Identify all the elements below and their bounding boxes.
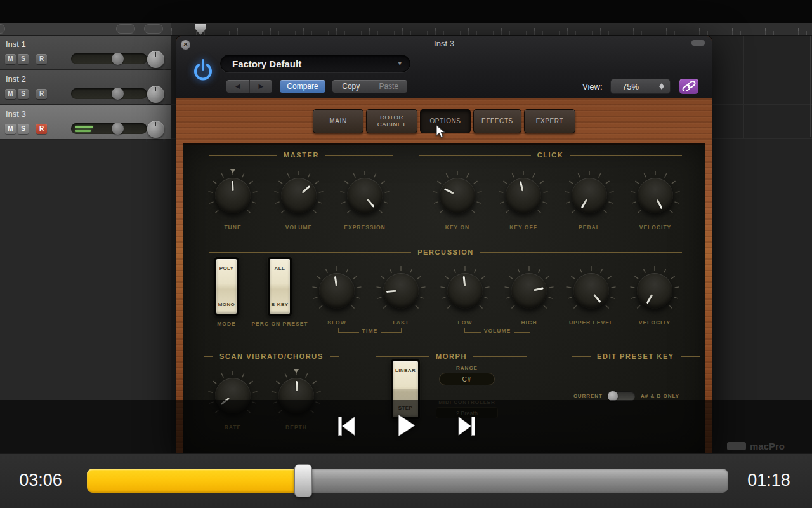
record-button[interactable]: R	[36, 89, 47, 99]
knob-volume[interactable]: VOLUME	[272, 169, 325, 222]
slider-handle[interactable]	[112, 88, 124, 100]
ab-only-label: A# & B ONLY	[641, 393, 710, 399]
range-label: RANGE	[435, 365, 499, 371]
toolbar-button[interactable]	[144, 24, 163, 34]
track-row-inst1[interactable]: Inst 1 M S R L R	[0, 36, 171, 70]
chevron-down-icon: ▾	[398, 59, 402, 67]
watermark: macPro	[727, 441, 785, 451]
next-button[interactable]	[458, 417, 475, 436]
toolbar-button-partial[interactable]	[0, 24, 5, 34]
previous-button[interactable]	[338, 417, 355, 436]
next-preset-button[interactable]: ▶	[249, 80, 273, 93]
current-time: 03:06	[15, 471, 66, 490]
mouse-cursor	[436, 124, 446, 138]
top-black-bar	[0, 0, 812, 23]
mute-button[interactable]: M	[5, 89, 16, 99]
track-row-inst2[interactable]: Inst 2 M S R L R	[0, 70, 171, 105]
pan-knob[interactable]: L R	[147, 121, 164, 138]
tab-expert[interactable]: EXPERT	[524, 109, 575, 133]
record-button[interactable]: R	[36, 54, 47, 64]
volume-slider[interactable]	[71, 123, 147, 134]
seek-bar[interactable]	[87, 469, 728, 493]
pan-right-label: R	[163, 138, 166, 142]
progress-fill	[87, 469, 303, 493]
tab-effects[interactable]: EFFECTS	[473, 109, 521, 133]
track-name: Inst 3	[6, 109, 26, 119]
tab-rotor-cabinet[interactable]: ROTOR CABINET	[366, 109, 417, 133]
knob-click-velocity[interactable]: VELOCITY	[629, 169, 682, 222]
video-overlay	[0, 400, 812, 453]
mode-caption: MODE	[201, 321, 252, 327]
view-label: View:	[582, 82, 603, 91]
knob-high[interactable]: HIGH	[502, 264, 556, 318]
seek-handle[interactable]	[294, 464, 312, 497]
video-player-bar: 03:06 01:18	[0, 453, 812, 508]
perc-on-preset-switch[interactable]: ALL B-KEY	[268, 257, 292, 316]
plugin-header: ✕ Inst 3 Factory Default ▾ ◀ ▶ Compare C…	[176, 36, 712, 98]
preset-nav: ◀ ▶	[226, 80, 272, 93]
link-button[interactable]	[679, 79, 698, 94]
track-name: Inst 1	[6, 39, 26, 49]
compare-button[interactable]: Compare	[280, 80, 325, 93]
preset-name: Factory Default	[232, 58, 301, 69]
header-grip[interactable]	[691, 40, 705, 46]
knob-upper-level[interactable]: UPPER LEVEL	[565, 264, 618, 318]
knob-pedal[interactable]: PEDAL	[563, 169, 616, 222]
section-title-master: MASTER	[209, 151, 393, 159]
timeline-ruler[interactable]	[171, 23, 812, 36]
track-row-inst3-selected[interactable]: Inst 3 M S R L R	[0, 105, 171, 140]
pan-knob[interactable]: L R	[147, 51, 164, 68]
view-zoom-value: 75%	[622, 82, 639, 91]
tab-main[interactable]: MAIN	[313, 109, 363, 133]
remaining-time: 01:18	[743, 471, 794, 490]
section-title-edit-preset-key: EDIT PRESET KEY	[572, 352, 682, 360]
solo-button[interactable]: S	[18, 89, 29, 99]
mute-button[interactable]: M	[5, 54, 16, 64]
time-bracket: TIME	[338, 328, 402, 333]
mute-button[interactable]: M	[5, 124, 16, 134]
section-title-percussion: PERCUSSION	[209, 248, 682, 256]
slider-handle[interactable]	[112, 123, 124, 135]
knob-perc-velocity[interactable]: VELOCITY	[628, 264, 681, 318]
knob-slow[interactable]: SLOW	[310, 264, 363, 318]
track-header-list: Inst 1 M S R L R Inst 2 M S R L R Inst 3…	[0, 36, 171, 453]
paste-button[interactable]: Paste	[370, 80, 408, 93]
solo-button[interactable]: S	[18, 54, 29, 64]
current-label: CURRENT	[563, 393, 603, 399]
knob-key-off[interactable]: KEY OFF	[497, 169, 550, 222]
preset-dropdown[interactable]: Factory Default ▾	[220, 55, 410, 72]
slider-handle[interactable]	[112, 53, 124, 65]
record-button-armed[interactable]: R	[36, 124, 47, 134]
copy-button[interactable]: Copy	[332, 80, 370, 93]
grid-line	[743, 36, 744, 138]
play-button[interactable]	[398, 415, 416, 436]
grid-line	[778, 36, 778, 138]
power-icon[interactable]	[190, 58, 216, 84]
knob-tune[interactable]: TUNE	[206, 169, 259, 222]
screen: Inst 1 M S R L R Inst 2 M S R L R Inst 3…	[0, 0, 812, 508]
control-bar	[0, 23, 171, 36]
mode-switch[interactable]: POLY MONO	[214, 257, 239, 316]
toolbar-button[interactable]	[116, 24, 135, 34]
section-title-click: CLICK	[419, 151, 682, 159]
playhead-marker[interactable]	[195, 24, 206, 35]
plugin-window-title: Inst 3	[176, 39, 712, 48]
pan-knob[interactable]: L R	[147, 86, 164, 103]
knob-key-on[interactable]: KEY ON	[431, 169, 484, 222]
knob-low[interactable]: LOW	[438, 264, 492, 318]
view-zoom-select[interactable]: 75%	[610, 79, 671, 94]
volume-bracket: VOLUME	[464, 328, 530, 333]
track-name: Inst 2	[6, 74, 26, 84]
scroll-edge	[810, 36, 811, 137]
knob-fast[interactable]: FAST	[374, 264, 428, 318]
solo-button[interactable]: S	[18, 124, 29, 134]
prev-preset-button[interactable]: ◀	[226, 80, 249, 93]
copy-paste-group: Copy Paste	[332, 80, 407, 93]
volume-slider[interactable]	[71, 88, 147, 99]
knob-expression[interactable]: EXPRESSION	[338, 169, 391, 222]
plugin-window: ✕ Inst 3 Factory Default ▾ ◀ ▶ Compare C…	[176, 36, 712, 453]
volume-slider[interactable]	[71, 53, 147, 64]
level-meter	[75, 130, 91, 132]
section-title-vibrato: SCAN VIBRATO/CHORUS	[204, 352, 325, 360]
range-value-select[interactable]: C#	[439, 373, 495, 385]
